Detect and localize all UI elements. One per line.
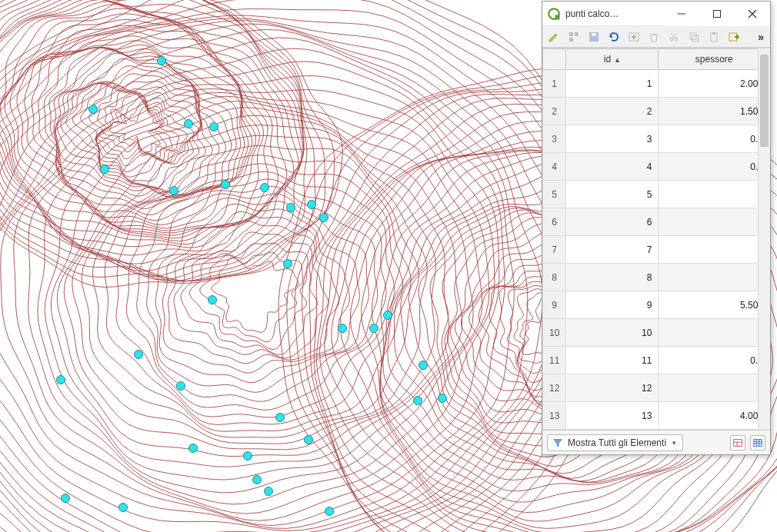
row-number[interactable]: 10 — [543, 319, 566, 347]
row-number[interactable]: 5 — [543, 181, 566, 208]
row-number[interactable]: 11 — [543, 347, 566, 374]
row-number[interactable]: 6 — [543, 208, 566, 236]
multi-edit-icon[interactable] — [565, 28, 582, 45]
cell-spessore[interactable]: 0.2 — [659, 125, 770, 153]
row-number[interactable]: 8 — [543, 264, 566, 291]
map-point[interactable] — [325, 507, 334, 516]
close-button[interactable] — [735, 2, 770, 26]
form-view-icon[interactable] — [730, 435, 745, 451]
map-point[interactable] — [57, 376, 65, 384]
column-header-id[interactable]: id▲ — [566, 49, 659, 70]
cell-id[interactable]: 8 — [566, 264, 659, 291]
map-point[interactable] — [265, 487, 273, 496]
row-number[interactable]: 9 — [543, 291, 566, 319]
map-point[interactable] — [208, 296, 217, 304]
table-row[interactable]: 10100 — [543, 319, 770, 347]
cell-spessore[interactable]: 0 — [659, 264, 770, 291]
cell-id[interactable]: 12 — [566, 374, 659, 402]
map-point[interactable] — [384, 311, 392, 320]
vertical-scrollbar[interactable] — [758, 48, 770, 430]
map-point[interactable] — [439, 394, 447, 403]
map-point[interactable] — [261, 184, 269, 192]
cell-spessore[interactable]: 0.5 — [659, 153, 770, 181]
cell-spessore[interactable]: 2.000 — [659, 70, 770, 98]
table-row[interactable]: 13134.000 — [543, 402, 770, 430]
map-point[interactable] — [210, 123, 218, 131]
maximize-button[interactable] — [699, 2, 735, 26]
cell-spessore[interactable]: 0 — [659, 319, 770, 347]
map-point[interactable] — [414, 397, 422, 405]
map-point[interactable] — [284, 260, 292, 268]
cell-spessore[interactable]: 0.2 — [659, 347, 770, 374]
cell-id[interactable]: 7 — [566, 236, 659, 264]
row-header-column[interactable] — [543, 49, 566, 70]
add-feature-icon[interactable] — [625, 28, 642, 45]
map-point[interactable] — [308, 201, 316, 209]
minimize-button[interactable] — [664, 2, 699, 26]
map-point[interactable] — [320, 214, 328, 222]
table-row[interactable]: 11110.2 — [543, 347, 770, 374]
cell-id[interactable]: 5 — [566, 181, 659, 208]
save-edits-icon[interactable] — [585, 28, 602, 45]
map-point[interactable] — [101, 165, 109, 174]
cell-spessore[interactable]: 4.000 — [659, 402, 770, 430]
cell-spessore[interactable]: 0 — [659, 236, 770, 264]
row-number[interactable]: 12 — [543, 374, 566, 402]
cell-spessore[interactable]: 5.500 — [659, 291, 770, 319]
toggle-editing-icon[interactable] — [545, 28, 562, 45]
map-point[interactable] — [338, 324, 347, 333]
map-point[interactable] — [189, 444, 198, 453]
cell-spessore[interactable]: 0 — [659, 181, 770, 208]
map-point[interactable] — [276, 414, 285, 422]
table-row[interactable]: 440.5 — [543, 153, 770, 181]
map-point[interactable] — [62, 494, 70, 503]
row-number[interactable]: 13 — [543, 402, 566, 430]
show-all-features-button[interactable]: Mostra Tutti gli Elementi ▾ — [547, 434, 683, 451]
map-point[interactable] — [222, 181, 230, 189]
scrollbar-thumb[interactable] — [760, 55, 769, 147]
cell-id[interactable]: 9 — [566, 291, 659, 319]
copy-icon[interactable] — [685, 28, 702, 45]
map-point[interactable] — [185, 120, 193, 128]
row-number[interactable]: 3 — [543, 125, 566, 153]
row-number[interactable]: 1 — [543, 70, 566, 98]
paste-icon[interactable] — [705, 28, 722, 45]
reload-icon[interactable] — [605, 28, 622, 45]
cell-id[interactable]: 4 — [566, 153, 659, 181]
map-point[interactable] — [135, 351, 143, 359]
table-row[interactable]: 995.500 — [543, 291, 770, 319]
table-row[interactable]: 770 — [543, 236, 770, 264]
table-row[interactable]: 221.500 — [543, 98, 770, 125]
cell-spessore[interactable]: 0 — [659, 208, 770, 236]
delete-selected-icon[interactable] — [645, 28, 662, 45]
cell-id[interactable]: 13 — [566, 402, 659, 430]
map-point[interactable] — [370, 324, 378, 333]
map-point[interactable] — [177, 382, 185, 391]
map-point[interactable] — [119, 504, 128, 512]
attribute-table[interactable]: id▲ spessore 112.000221.500330.2440.5550… — [542, 48, 770, 430]
row-number[interactable]: 2 — [543, 98, 566, 125]
table-view-icon[interactable] — [750, 435, 765, 451]
cut-icon[interactable] — [665, 28, 682, 45]
cell-id[interactable]: 2 — [566, 98, 659, 125]
table-row[interactable]: 330.2 — [543, 125, 770, 153]
cell-id[interactable]: 1 — [566, 70, 659, 98]
map-point[interactable] — [419, 361, 428, 370]
map-point[interactable] — [253, 476, 262, 484]
map-point[interactable] — [305, 436, 313, 444]
cell-spessore[interactable]: 1.500 — [659, 98, 770, 125]
map-point[interactable] — [170, 187, 178, 195]
cell-id[interactable]: 10 — [566, 319, 659, 347]
new-field-icon[interactable] — [725, 28, 742, 45]
cell-id[interactable]: 11 — [566, 347, 659, 374]
cell-spessore[interactable]: 0 — [659, 374, 770, 402]
map-point[interactable] — [287, 204, 295, 212]
window-titlebar[interactable]: punti calco… — [542, 2, 770, 26]
cell-id[interactable]: 3 — [566, 125, 659, 153]
map-point[interactable] — [158, 57, 166, 65]
row-number[interactable]: 7 — [543, 236, 566, 264]
table-row[interactable]: 880 — [543, 264, 770, 291]
table-row[interactable]: 12120 — [543, 374, 770, 402]
map-point[interactable] — [89, 105, 98, 114]
map-point[interactable] — [244, 452, 252, 461]
